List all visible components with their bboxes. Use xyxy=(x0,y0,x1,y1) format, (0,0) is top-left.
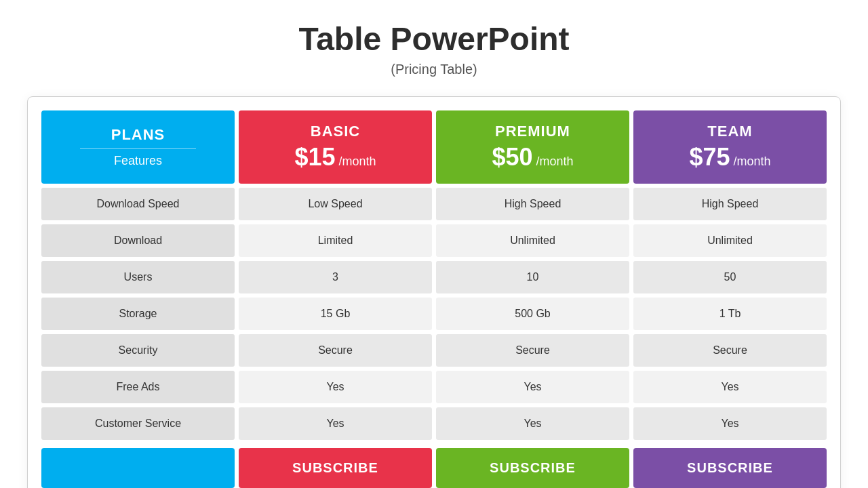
basic-price-amount: $15 xyxy=(294,143,335,171)
header-row: PLANS Features BASIC $15 /month PREMIUM … xyxy=(41,110,827,184)
basic-title: BASIC xyxy=(311,123,360,140)
table-container: PLANS Features BASIC $15 /month PREMIUM … xyxy=(27,96,841,488)
basic-price: $15 /month xyxy=(294,143,376,171)
premium-price-amount: $50 xyxy=(492,143,532,171)
feature-cell: Free Ads xyxy=(41,371,235,403)
team-subscribe-button[interactable]: SUBSCRIBE xyxy=(633,448,827,488)
feature-cell: Storage xyxy=(41,298,235,330)
page-subtitle: (Pricing Table) xyxy=(298,62,569,77)
data-rows: Download SpeedLow SpeedHigh SpeedHigh Sp… xyxy=(41,188,827,440)
table-row: Free AdsYesYesYes xyxy=(41,371,827,403)
features-label: Features xyxy=(114,154,162,168)
premium-title: PREMIUM xyxy=(495,123,570,140)
header-team: TEAM $75 /month xyxy=(633,110,827,184)
basic-cell: Yes xyxy=(239,407,432,440)
premium-cell: Yes xyxy=(436,407,629,440)
premium-cell: High Speed xyxy=(436,188,629,220)
header-basic: BASIC $15 /month xyxy=(239,110,432,184)
team-price: $75 /month xyxy=(689,143,770,171)
basic-cell: Secure xyxy=(239,334,432,367)
premium-cell: Yes xyxy=(436,371,629,403)
table-row: Storage15 Gb500 Gb1 Tb xyxy=(41,298,827,330)
team-cell: 1 Tb xyxy=(633,298,827,330)
basic-subscribe-button[interactable]: SUBSCRIBE xyxy=(239,448,432,488)
team-cell: Yes xyxy=(633,371,827,403)
feature-cell: Security xyxy=(41,334,235,367)
table-row: Users31050 xyxy=(41,261,827,293)
team-cell: 50 xyxy=(633,261,827,293)
plans-subscribe-button[interactable] xyxy=(41,448,235,488)
premium-cell: 500 Gb xyxy=(436,298,629,330)
feature-cell: Customer Service xyxy=(41,407,235,440)
table-row: Customer ServiceYesYesYes xyxy=(41,407,827,440)
basic-cell: Low Speed xyxy=(239,188,432,220)
feature-cell: Users xyxy=(41,261,235,293)
header-divider xyxy=(80,148,196,149)
feature-cell: Download Speed xyxy=(41,188,235,220)
table-row: Download SpeedLow SpeedHigh SpeedHigh Sp… xyxy=(41,188,827,220)
team-cell: Secure xyxy=(633,334,827,367)
premium-price: $50 /month xyxy=(492,143,573,171)
premium-cell: Secure xyxy=(436,334,629,367)
feature-cell: Download xyxy=(41,224,235,257)
plans-title: PLANS xyxy=(111,126,165,144)
team-price-amount: $75 xyxy=(689,143,730,171)
basic-cell: 15 Gb xyxy=(239,298,432,330)
team-title: TEAM xyxy=(707,123,752,140)
premium-cell: Unlimited xyxy=(436,224,629,257)
subscribe-row: SUBSCRIBE SUBSCRIBE SUBSCRIBE xyxy=(41,445,827,488)
basic-cell: Limited xyxy=(239,224,432,257)
header-premium: PREMIUM $50 /month xyxy=(436,110,629,184)
basic-price-period: /month xyxy=(339,155,376,168)
premium-cell: 10 xyxy=(436,261,629,293)
team-cell: High Speed xyxy=(633,188,827,220)
premium-price-period: /month xyxy=(536,155,574,168)
header-plans: PLANS Features xyxy=(41,110,235,184)
team-price-period: /month xyxy=(734,155,771,168)
premium-subscribe-button[interactable]: SUBSCRIBE xyxy=(436,448,629,488)
table-row: SecuritySecureSecureSecure xyxy=(41,334,827,367)
page-title: Table PowerPoint xyxy=(298,20,569,58)
table-row: DownloadLimitedUnlimitedUnlimited xyxy=(41,224,827,257)
basic-cell: Yes xyxy=(239,371,432,403)
team-cell: Yes xyxy=(633,407,827,440)
page-header: Table PowerPoint (Pricing Table) xyxy=(298,0,569,84)
basic-cell: 3 xyxy=(239,261,432,293)
team-cell: Unlimited xyxy=(633,224,827,257)
